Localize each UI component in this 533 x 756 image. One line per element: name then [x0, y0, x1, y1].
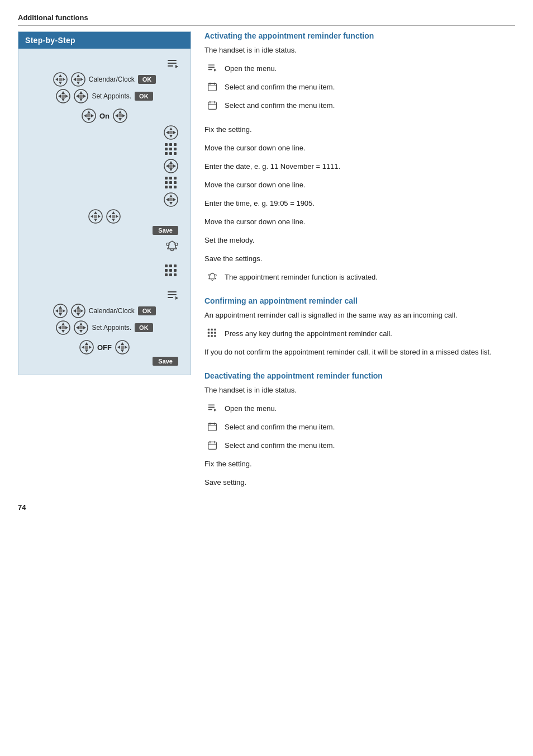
svg-rect-160 — [214, 332, 216, 334]
nav-icon-melody-left — [88, 209, 103, 224]
instr-text-2-4: Fix the setting. — [204, 457, 515, 470]
svg-marker-19 — [58, 94, 61, 98]
keypad-icon-confirm — [164, 263, 178, 278]
keypad-icon-1 — [164, 142, 178, 157]
instr-text-2-3: Select and confirm the menu item. — [225, 439, 515, 451]
svg-rect-95 — [169, 269, 172, 272]
svg-marker-12 — [77, 82, 80, 84]
save-btn-2[interactable]: Save — [153, 357, 178, 366]
svg-rect-142 — [208, 69, 212, 70]
svg-rect-47 — [169, 143, 172, 146]
step-panel-body: Calendar/Clock OK — [18, 49, 191, 375]
instr-row-0-11: Save the settings. — [204, 252, 515, 268]
instr-icon-menu2 — [204, 403, 220, 413]
sp-label-calendar2: Calendar/Clock — [89, 307, 135, 315]
svg-rect-148 — [208, 102, 217, 109]
svg-rect-92 — [169, 264, 172, 267]
svg-rect-53 — [169, 152, 172, 155]
svg-marker-129 — [85, 342, 88, 345]
svg-marker-119 — [58, 326, 61, 329]
sp-row-save1: Save — [24, 226, 185, 235]
instr-text-0-8: Enter the time, e. g. 19:05 = 1905. — [204, 197, 515, 209]
svg-marker-79 — [91, 215, 93, 218]
svg-marker-30 — [87, 118, 91, 121]
svg-rect-2 — [168, 65, 173, 67]
svg-marker-7 — [55, 78, 58, 81]
main-layout: Step-by-Step — [18, 31, 515, 494]
sp-on-label: On — [99, 112, 110, 120]
svg-marker-138 — [125, 346, 127, 349]
nav-icon-3b — [71, 304, 85, 318]
nav-icon-2b — [74, 89, 88, 103]
svg-rect-39 — [118, 114, 122, 117]
svg-marker-5 — [59, 74, 62, 77]
sp-row-save2: Save — [24, 357, 185, 366]
svg-marker-72 — [169, 202, 173, 205]
ok-btn-1[interactable]: OK — [138, 75, 156, 84]
svg-marker-73 — [166, 198, 169, 201]
svg-marker-112 — [77, 313, 80, 316]
section-title-confirm: Confirming an appointment reminder call — [204, 296, 515, 305]
ok-btn-3[interactable]: OK — [138, 306, 156, 315]
svg-marker-29 — [87, 111, 91, 114]
instr-text-2-1: Open the menu. — [225, 402, 515, 414]
svg-rect-64 — [165, 181, 168, 184]
svg-marker-131 — [82, 346, 84, 349]
svg-rect-91 — [165, 264, 168, 267]
svg-marker-25 — [76, 94, 79, 98]
instr-text-0-6: Enter the date, e. g. 11 November = 1111… — [204, 160, 515, 172]
svg-rect-109 — [59, 309, 62, 313]
svg-marker-37 — [115, 114, 118, 117]
instr-text-0-5: Move the cursor down one line. — [204, 141, 515, 154]
svg-marker-57 — [169, 168, 173, 171]
section-title-activate: Activating the appointment reminder func… — [204, 31, 515, 40]
instr-text-1-1: Press any key during the appointment rem… — [225, 327, 515, 339]
nav-icon-1a — [53, 72, 68, 87]
nav-icon-3a — [53, 304, 68, 318]
nav-icon-down2 — [164, 159, 178, 173]
instr-text-1-2: If you do not confirm the appointment re… — [204, 346, 515, 358]
instr-row-0-0: The handset is in idle status. — [204, 44, 515, 59]
section-divider-1 — [204, 117, 515, 123]
nav-icon-off-right — [115, 340, 130, 355]
sp-row-appoints1: Set Appoints. OK — [24, 89, 185, 103]
nav-icon-off-left — [79, 340, 94, 355]
ok-btn-2[interactable]: OK — [135, 92, 153, 101]
page-wrapper: Additional functions Step-by-Step — [18, 13, 515, 512]
svg-rect-162 — [211, 335, 213, 337]
nav-icon-down3 — [164, 192, 178, 207]
svg-marker-58 — [166, 164, 169, 168]
svg-marker-11 — [77, 74, 80, 77]
instr-row-0-2: Select and confirm the menu item. — [204, 81, 515, 96]
instr-text-1-0: An appointment reminder call is signalle… — [204, 309, 515, 321]
ok-btn-4[interactable]: OK — [135, 323, 153, 332]
sp-row-nav-down2 — [24, 159, 185, 173]
svg-marker-41 — [169, 127, 173, 130]
svg-marker-20 — [65, 94, 68, 98]
svg-rect-49 — [165, 148, 168, 150]
sp-row-keypad1 — [24, 142, 185, 157]
svg-marker-130 — [85, 349, 88, 352]
nav-icon-4b — [74, 320, 88, 335]
instr-row-2-2: Select and confirm the menu item. — [204, 420, 515, 436]
svg-marker-3 — [175, 65, 178, 68]
nav-icon-on-left — [82, 108, 96, 123]
menu-icon-2 — [166, 289, 178, 301]
svg-marker-103 — [175, 296, 178, 300]
svg-rect-99 — [174, 273, 177, 276]
sp-row-calendar2: Calendar/Clock OK — [24, 304, 185, 318]
nav-icon-2a — [56, 89, 70, 103]
instr-row-1-2: If you do not confirm the appointment re… — [204, 346, 515, 361]
instr-row-2-3: Select and confirm the menu item. — [204, 439, 515, 455]
instr-text-0-1: Open the menu. — [225, 62, 515, 74]
step-panel: Step-by-Step — [18, 31, 191, 375]
instr-row-2-0: The handset is in idle status. — [204, 384, 515, 399]
instr-icon-alarm — [204, 272, 220, 282]
svg-rect-60 — [169, 164, 173, 168]
instr-text-0-0: The handset is in idle status. — [204, 44, 515, 56]
instr-icon-appoints2 — [204, 440, 220, 450]
svg-rect-168 — [208, 423, 217, 431]
instr-row-0-8: Enter the time, e. g. 19:05 = 1905. — [204, 197, 515, 212]
save-btn-1[interactable]: Save — [153, 226, 178, 235]
svg-marker-77 — [94, 211, 97, 214]
